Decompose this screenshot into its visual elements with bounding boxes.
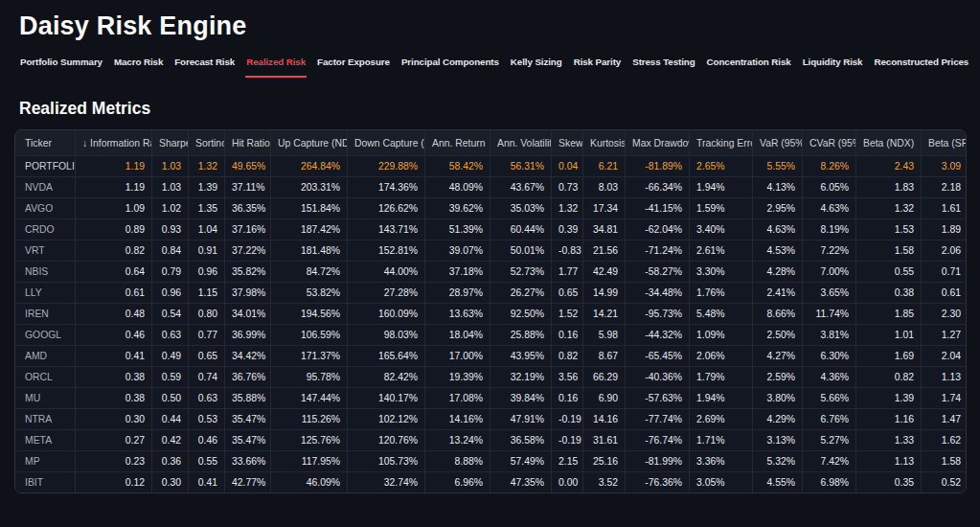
value-cell: 39.84% [490, 388, 552, 409]
value-cell: 0.16 [552, 388, 583, 409]
value-cell: 0.55 [856, 262, 922, 283]
column-header-kurtosis[interactable]: Kurtosis [583, 130, 626, 156]
tab-stress-testing[interactable]: Stress Testing [631, 57, 695, 78]
tab-reconstructed-prices[interactable]: Reconstructed Prices [873, 57, 969, 78]
value-cell: 3.65% [803, 283, 856, 304]
value-cell: 1.03 [152, 177, 189, 198]
table-row-orcl: ORCL0.380.590.7436.76%95.78%82.42%19.39%… [15, 367, 967, 388]
value-cell: 1.32 [552, 198, 583, 219]
tab-principal-components[interactable]: Principal Components [400, 57, 500, 78]
value-cell: 1.62 [922, 430, 967, 451]
value-cell: 0.35 [856, 472, 922, 493]
value-cell: 44.00% [348, 262, 425, 283]
column-header-hit-ratio[interactable]: Hit Ratio [225, 130, 271, 156]
value-cell: 0.96 [152, 283, 189, 304]
column-header-skew[interactable]: Skew [552, 130, 583, 156]
table-row-meta: META0.270.420.4635.47%125.76%120.76%13.2… [15, 430, 967, 451]
value-cell: 0.54 [152, 304, 189, 325]
value-cell: 1.74 [922, 388, 967, 409]
value-cell: 35.88% [225, 388, 271, 409]
value-cell: 1.39 [189, 177, 225, 198]
value-cell: 0.36 [152, 451, 189, 472]
table-row-crdo: CRDO0.890.931.0437.16%187.42%143.71%51.3… [15, 219, 967, 241]
tab-kelly-sizing[interactable]: Kelly Sizing [510, 57, 563, 78]
value-cell: 2.43 [856, 156, 922, 177]
value-cell: 84.72% [271, 262, 348, 283]
tab-liquidity-risk[interactable]: Liquidity Risk [802, 57, 864, 78]
value-cell: 147.44% [271, 388, 348, 409]
value-cell: 25.88% [490, 325, 552, 346]
value-cell: 1.58 [922, 451, 967, 472]
column-header-var-95[interactable]: VaR (95%) [753, 130, 803, 156]
column-header-ann-volatility[interactable]: Ann. Volatility [490, 130, 552, 156]
value-cell: 1.13 [856, 451, 922, 472]
value-cell: 43.95% [490, 346, 552, 367]
value-cell: -95.73% [626, 304, 690, 325]
column-header-beta-spx[interactable]: Beta (SPX) [922, 130, 967, 156]
tab-concentration-risk[interactable]: Concentration Risk [706, 57, 792, 78]
value-cell: 2.65% [690, 156, 753, 177]
value-cell: 7.22% [803, 241, 856, 262]
tab-realized-risk[interactable]: Realized Risk [245, 57, 307, 78]
value-cell: 0.63 [189, 388, 225, 409]
column-header-cvar-95[interactable]: CVaR (95%) [803, 130, 856, 156]
value-cell: 1.61 [922, 198, 967, 219]
ticker-cell: NBIS [15, 262, 76, 283]
column-header-ticker[interactable]: Ticker [15, 130, 76, 156]
value-cell: 0.30 [76, 409, 152, 430]
value-cell: 2.15 [552, 451, 583, 472]
value-cell: 39.07% [425, 241, 490, 262]
column-header-ann-return[interactable]: Ann. Return [425, 130, 490, 156]
tab-forecast-risk[interactable]: Forecast Risk [173, 57, 236, 78]
value-cell: 2.59% [753, 367, 803, 388]
value-cell: 6.90 [583, 388, 626, 409]
tab-macro-risk[interactable]: Macro Risk [113, 57, 164, 78]
value-cell: 25.16 [583, 451, 626, 472]
value-cell: 0.93 [152, 219, 189, 241]
value-cell: 1.59% [690, 198, 753, 219]
value-cell: 53.82% [271, 283, 348, 304]
value-cell: 0.00 [552, 472, 583, 493]
value-cell: 0.41 [189, 472, 225, 493]
table-body: PORTFOLIO1.191.031.3249.65%264.84%229.88… [15, 156, 967, 493]
value-cell: 4.36% [803, 367, 856, 388]
column-header-sharpe[interactable]: Sharpe [152, 130, 189, 156]
column-header-beta-ndx[interactable]: Beta (NDX) [856, 130, 922, 156]
tab-factor-exposure[interactable]: Factor Exposure [316, 57, 391, 78]
app-title: Daisy Risk Engine [19, 11, 966, 41]
value-cell: 33.66% [225, 451, 271, 472]
table-row-iren: IREN0.480.540.8034.01%194.56%160.09%13.6… [15, 304, 967, 325]
value-cell: 37.22% [225, 241, 271, 262]
value-cell: 98.03% [348, 325, 425, 346]
column-header-tracking-error[interactable]: Tracking Error [690, 130, 753, 156]
column-header-max-drawdown[interactable]: Max Drawdown [626, 130, 690, 156]
value-cell: -81.99% [626, 451, 690, 472]
value-cell: 1.19 [76, 156, 152, 177]
value-cell: 0.53 [189, 409, 225, 430]
value-cell: 46.09% [271, 472, 348, 493]
value-cell: 0.16 [552, 325, 583, 346]
value-cell: 0.46 [189, 430, 225, 451]
ticker-cell: LLY [15, 283, 76, 304]
column-header-down-capture-ndx[interactable]: Down Capture (NDX) [348, 130, 425, 156]
tab-portfolio-summary[interactable]: Portfolio Summary [19, 57, 103, 78]
column-header-information-ratio[interactable]: ↓ Information Ratio [76, 130, 152, 156]
value-cell: 152.81% [348, 241, 425, 262]
value-cell: 35.47% [225, 409, 271, 430]
column-header-sortino[interactable]: Sortino [189, 130, 225, 156]
value-cell: 1.83 [856, 177, 922, 198]
value-cell: 14.16 [583, 409, 626, 430]
value-cell: 151.84% [271, 198, 348, 219]
tab-risk-parity[interactable]: Risk Parity [573, 57, 623, 78]
section-title: Realized Metrics [19, 99, 966, 119]
table-row-mu: MU0.380.500.6335.88%147.44%140.17%17.08%… [15, 388, 967, 409]
value-cell: 5.48% [690, 304, 753, 325]
value-cell: 47.91% [490, 409, 552, 430]
value-cell: 0.89 [76, 219, 152, 241]
value-cell: 39.62% [425, 198, 490, 219]
value-cell: 140.17% [348, 388, 425, 409]
value-cell: 160.09% [348, 304, 425, 325]
column-header-up-capture-ndx[interactable]: Up Capture (NDX) [271, 130, 348, 156]
value-cell: 4.55% [753, 472, 803, 493]
table-row-avgo: AVGO1.091.021.3536.35%151.84%126.62%39.6… [15, 198, 967, 219]
